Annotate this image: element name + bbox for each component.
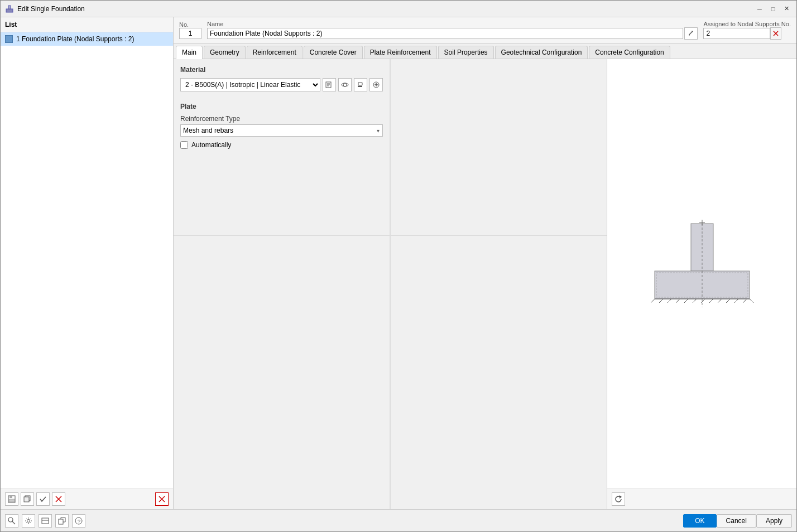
svg-line-35 [693,299,697,303]
tab-soil-properties[interactable]: Soil Properties [438,46,494,59]
tabs-bar: Main Geometry Reinforcement Concrete Cov… [174,43,796,59]
material-section-title: Material [180,66,383,74]
toolbar-help-button[interactable]: ? [72,514,85,528]
remove-button[interactable] [155,492,169,506]
content-and-preview: Material 2 - B500S(A) | Isotropic | Line… [174,59,796,509]
save-button[interactable] [5,492,18,506]
bottom-bar: ? OK Cancel Apply [1,509,796,531]
list-item[interactable]: 1 Foundation Plate (Nodal Supports : 2) [1,32,173,46]
window-icon [5,4,14,13]
check-icon [39,495,47,503]
preview-footer [607,489,796,509]
content-grid: Material 2 - B500S(A) | Isotropic | Line… [174,59,607,509]
top-form: No. Name [174,17,796,43]
svg-line-48 [12,521,15,524]
info-icon [325,81,333,89]
svg-point-49 [27,519,30,522]
material-row: 2 - B500S(A) | Isotropic | Linear Elasti… [180,78,383,91]
title-bar: Edit Single Foundation ─ □ ✕ [1,1,796,17]
settings-icon [25,517,32,525]
preview-refresh-button[interactable] [612,492,625,506]
toolbar-settings-button[interactable] [22,514,35,528]
automatically-row: Automatically [180,141,383,149]
name-input[interactable] [207,28,683,39]
maximize-button[interactable]: □ [767,3,779,14]
material-view-button[interactable] [338,78,352,91]
no-label: No. [179,21,201,28]
svg-rect-6 [24,497,29,502]
svg-rect-1 [8,6,11,9]
material-select[interactable]: 2 - B500S(A) | Isotropic | Linear Elasti… [180,78,320,91]
svg-line-31 [659,299,663,303]
bottom-right-cell [390,235,607,510]
material-edit-button[interactable] [354,78,367,91]
search-icon [8,517,16,525]
material-add-button[interactable] [369,78,383,91]
tab-geotechnical-configuration[interactable]: Geotechnical Configuration [495,46,588,59]
assigned-input[interactable] [703,28,770,39]
plate-section-title: Plate [180,103,383,110]
minimize-button[interactable]: ─ [754,3,765,14]
plate-section: Plate Reinforcement Type Mesh and rebars… [180,94,383,149]
main-window: Edit Single Foundation ─ □ ✕ List 1 Foun… [0,0,797,532]
svg-text:?: ? [78,519,80,524]
svg-line-32 [668,299,671,303]
tab-concrete-cover[interactable]: Concrete Cover [304,46,363,59]
svg-rect-0 [6,9,13,12]
apply-button[interactable]: Apply [756,514,792,528]
window-title: Edit Single Foundation [17,5,754,13]
name-field: Name [207,21,698,40]
add-icon [372,81,380,89]
copy-button[interactable] [21,492,34,506]
preview-panel [607,59,796,509]
svg-line-40 [734,299,738,303]
form-content: Material 2 - B500S(A) | Isotropic | Line… [174,59,607,509]
svg-line-36 [701,299,705,303]
svg-rect-50 [42,518,49,524]
svg-line-34 [684,299,688,303]
automatically-checkbox[interactable] [180,141,188,149]
tab-reinforcement[interactable]: Reinforcement [247,46,303,59]
tab-plate-reinforcement[interactable]: Plate Reinforcement [364,46,437,59]
svg-point-47 [8,518,13,522]
edit-icon [688,30,694,36]
toolbar-export-button[interactable] [55,514,69,528]
remove-icon [158,495,166,503]
check-button[interactable] [36,492,50,506]
clear-icon [773,31,779,36]
cancel-button[interactable]: Cancel [717,514,756,528]
no-input[interactable] [179,28,201,39]
name-input-wrapper [207,27,698,40]
list-item-label: 1 Foundation Plate (Nodal Supports : 2) [16,35,134,43]
view-icon [341,81,349,89]
top-right-cell [390,59,607,235]
assigned-clear-button[interactable] [770,27,781,40]
left-panel-footer [1,489,173,509]
close-button[interactable]: ✕ [781,3,792,14]
svg-rect-52 [59,519,63,524]
tab-geometry[interactable]: Geometry [204,46,246,59]
svg-line-30 [651,299,655,303]
copy-icon [23,495,31,503]
list-item-icon [5,35,13,43]
material-info-button[interactable] [323,78,336,91]
ok-button[interactable]: OK [683,514,716,528]
svg-line-39 [726,299,730,303]
assigned-field: Assigned to Nodal Supports No. [703,21,791,40]
toolbar-view-button[interactable] [39,514,52,528]
svg-point-19 [342,83,348,86]
right-area: No. Name [174,17,796,509]
window-controls: ─ □ ✕ [754,3,792,14]
no-field: No. [179,21,201,39]
tab-main[interactable]: Main [176,46,203,59]
name-edit-button[interactable] [684,27,698,40]
automatically-label: Automatically [191,141,231,149]
reinforcement-type-select[interactable]: Mesh and rebars Rebars only Mesh only [180,124,383,137]
svg-line-38 [718,299,722,303]
toolbar-search-button[interactable] [5,514,18,528]
delete-button[interactable] [52,492,65,506]
preview-area [607,59,796,489]
reinforcement-type-field: Reinforcement Type Mesh and rebars Rebar… [180,115,383,137]
tab-concrete-configuration[interactable]: Concrete Configuration [589,46,670,59]
bottom-left-toolbar: ? [5,514,683,528]
